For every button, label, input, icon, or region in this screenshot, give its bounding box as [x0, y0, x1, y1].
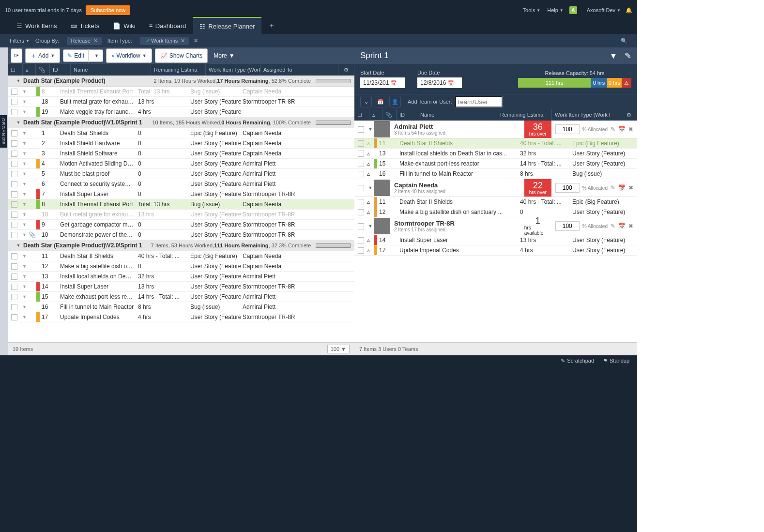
- table-row[interactable]: ▼11Death Star II Shields40 hrs - Total: …: [8, 251, 354, 261]
- col-checkbox[interactable]: ☐: [8, 64, 23, 76]
- table-row[interactable]: ▵15Make exhaust port-less reactor14 hrs …: [354, 159, 637, 169]
- col-expand[interactable]: ▵: [23, 64, 36, 76]
- calendar-icon[interactable]: 📅: [618, 184, 626, 191]
- tab-dashboard[interactable]: ⌗Dashboard: [142, 17, 193, 34]
- col-expand[interactable]: ▵: [369, 109, 382, 121]
- table-row[interactable]: ▼9Get garbage compactor monste...0User S…: [8, 220, 354, 230]
- expand-icon[interactable]: ▵: [367, 237, 374, 243]
- checkbox[interactable]: [11, 314, 17, 320]
- expand-icon[interactable]: ▵: [367, 170, 374, 177]
- table-row[interactable]: ▼19Make veggie tray for launch party4 hr…: [8, 107, 354, 117]
- col-name[interactable]: Name: [71, 64, 151, 76]
- bell-icon[interactable]: 🔔: [626, 7, 632, 14]
- tab-work-items[interactable]: ☰Work Items: [10, 17, 64, 34]
- expand-icon[interactable]: ▼: [20, 304, 29, 309]
- col-est[interactable]: Remaining Estima: [151, 64, 206, 76]
- calendar-icon[interactable]: 📅: [618, 223, 626, 229]
- checkbox[interactable]: [11, 201, 17, 208]
- checkbox[interactable]: [11, 151, 17, 157]
- table-row[interactable]: ▼14Install Super Laser13 hrsUser Story (…: [8, 282, 354, 292]
- table-row[interactable]: ▼15Make exhaust port-less reactor14 hrs …: [8, 292, 354, 302]
- checkbox[interactable]: [11, 263, 17, 270]
- checkbox[interactable]: [11, 222, 17, 228]
- pct-allocated-input[interactable]: [555, 221, 580, 231]
- col-assignee[interactable]: Assigned To: [260, 64, 338, 76]
- nav-help[interactable]: Help▼: [547, 7, 564, 13]
- expand-icon[interactable]: ▼: [20, 232, 29, 237]
- expand-icon[interactable]: ▵: [367, 160, 374, 167]
- chevron-down-icon[interactable]: ▼: [367, 127, 374, 132]
- expand-icon[interactable]: ▼: [20, 151, 29, 156]
- checkbox[interactable]: [11, 161, 17, 167]
- expand-icon[interactable]: ▵: [367, 198, 374, 205]
- col-type[interactable]: Work Item Type (Work I: [206, 64, 260, 76]
- search-icon[interactable]: 🔍: [621, 38, 627, 44]
- expand-icon[interactable]: ▵: [367, 247, 374, 254]
- checkbox[interactable]: [11, 284, 17, 290]
- expand-icon[interactable]: ▵: [367, 209, 374, 215]
- checkbox[interactable]: [11, 232, 17, 238]
- organize-panel-toggle[interactable]: ORGANIZE: [0, 115, 7, 148]
- calendar-icon[interactable]: 📅: [618, 126, 626, 133]
- col-checkbox[interactable]: ☐: [354, 109, 369, 121]
- checkbox[interactable]: [358, 151, 364, 157]
- checkbox[interactable]: [358, 185, 364, 191]
- chevron-down-icon[interactable]: ▼: [367, 224, 374, 228]
- checkbox[interactable]: [11, 171, 17, 177]
- checkbox[interactable]: [358, 171, 364, 177]
- expand-icon[interactable]: ▼: [20, 284, 29, 289]
- table-row[interactable]: ▼3Install Shield Software0User Story (Fe…: [8, 149, 354, 159]
- col-settings-icon[interactable]: ⚙: [621, 109, 637, 121]
- expand-icon[interactable]: ▼: [20, 254, 29, 258]
- checkbox[interactable]: [358, 140, 364, 147]
- checkbox[interactable]: [358, 209, 364, 215]
- add-tab-button[interactable]: ＋: [261, 17, 282, 34]
- table-row[interactable]: ▵13Install local shields on Death Star i…: [354, 149, 637, 159]
- table-row[interactable]: ▼18Built metal grate for exhaust p...13 …: [8, 210, 354, 220]
- col-attachment[interactable]: 📎: [36, 64, 50, 76]
- close-icon[interactable]: ✕: [93, 38, 98, 44]
- checkbox[interactable]: [358, 223, 364, 229]
- checkbox[interactable]: [358, 199, 364, 205]
- col-type[interactable]: Work Item Type (Work I: [552, 109, 621, 121]
- checkbox[interactable]: [358, 237, 364, 243]
- expand-icon[interactable]: ▼: [20, 264, 29, 269]
- group-row[interactable]: ▼Death Star (Example Product)2 Items, 19…: [8, 76, 354, 87]
- table-row[interactable]: ▼2Install Shield Hardware0User Story (Fe…: [8, 138, 354, 149]
- col-settings-icon[interactable]: ⚙: [338, 64, 354, 76]
- user-card[interactable]: ▼Admiral Piett3 Items 54 hrs assigned36h…: [354, 121, 637, 138]
- checkbox[interactable]: [11, 253, 17, 259]
- user-avatar[interactable]: A: [569, 6, 577, 14]
- expand-icon[interactable]: ▼: [20, 171, 29, 176]
- expand-icon[interactable]: ▼: [20, 182, 29, 186]
- calendar-icon[interactable]: 📅: [375, 96, 386, 107]
- checkbox[interactable]: [11, 130, 17, 137]
- edit-icon[interactable]: ✎: [611, 184, 615, 191]
- add-user-icon[interactable]: 👤: [389, 96, 401, 107]
- user-card[interactable]: ▼Captain Needa2 Items 40 hrs assigned22h…: [354, 179, 637, 197]
- chevron-down-icon[interactable]: ▼: [367, 185, 374, 190]
- expand-icon[interactable]: ▼: [20, 109, 29, 114]
- pct-allocated-input[interactable]: [555, 183, 580, 193]
- expand-icon[interactable]: ▼: [20, 89, 29, 94]
- edit-icon[interactable]: ✎: [611, 223, 615, 229]
- close-icon[interactable]: ✕: [181, 38, 185, 44]
- expand-icon[interactable]: ▵: [367, 140, 374, 147]
- remove-icon[interactable]: ✖: [628, 126, 633, 133]
- expand-icon[interactable]: ▼: [20, 212, 29, 217]
- checkbox[interactable]: [358, 161, 364, 167]
- checkbox[interactable]: [11, 181, 17, 187]
- checkbox[interactable]: [11, 212, 17, 218]
- remove-icon[interactable]: ✖: [628, 223, 633, 229]
- edit-button[interactable]: ✎Edit ▼: [63, 49, 103, 62]
- close-filters-icon[interactable]: ✖: [194, 38, 198, 44]
- col-id[interactable]: ID: [50, 64, 71, 76]
- table-row[interactable]: ▵12Make a big satellite dish on sanctuar…: [354, 207, 637, 217]
- chevron-down-icon[interactable]: ▼: [15, 120, 21, 125]
- show-charts-button[interactable]: 📈Show Charts: [155, 48, 208, 63]
- col-name[interactable]: Name: [417, 109, 497, 121]
- col-id[interactable]: ID: [397, 109, 417, 121]
- table-row[interactable]: ▼12Make a big satellite dish on sa...0Us…: [8, 261, 354, 272]
- table-row[interactable]: ▵16Fill in tunnel to Main Reactor8 hrsBu…: [354, 169, 637, 179]
- workflow-button[interactable]: »Workflow▼: [106, 48, 152, 63]
